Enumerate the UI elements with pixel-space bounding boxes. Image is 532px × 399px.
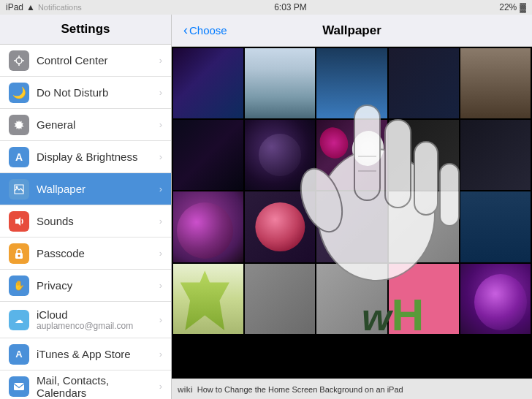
itunes-label: iTunes & App Store <box>37 348 159 360</box>
wiki-bar: wiki How to Change the Home Screen Backg… <box>172 379 532 399</box>
icloud-sublabel: auplamenco@gmail.com <box>37 321 159 331</box>
svg-point-0 <box>16 58 22 64</box>
wallpaper-item[interactable] <box>316 48 387 118</box>
wallpaper-icon <box>9 179 29 200</box>
display-brightness-icon: A <box>9 147 29 167</box>
content-header: ‹ Choose Wallpaper <box>172 15 532 47</box>
general-label: General <box>37 118 159 131</box>
passcode-icon <box>9 243 29 264</box>
wallpaper-item[interactable] <box>389 120 459 190</box>
itunes-icon: A <box>9 344 29 365</box>
svg-rect-10 <box>14 383 24 390</box>
do-not-disturb-icon: 🌙 <box>9 83 29 103</box>
wallpaper-item[interactable] <box>389 48 459 118</box>
svg-point-9 <box>18 254 20 256</box>
status-left: iPad ▲ Notifications <box>6 2 82 12</box>
icloud-icon: ☁ <box>9 310 29 330</box>
content-title: Wallpaper <box>322 23 381 38</box>
wallpaper-item[interactable] <box>316 264 387 334</box>
sidebar: Settings Control Center › 🌙 Do Not Distu… <box>0 15 172 399</box>
general-chevron: › <box>159 119 162 130</box>
back-button[interactable]: ‹ Choose <box>183 23 227 38</box>
wallpaper-chevron: › <box>159 183 162 194</box>
sidebar-item-wallpaper[interactable]: Wallpaper › <box>0 173 171 205</box>
do-not-disturb-label: Do Not Disturb <box>37 86 159 99</box>
wallpaper-item[interactable] <box>389 264 459 334</box>
wallpaper-item[interactable] <box>316 120 387 190</box>
wallpaper-item[interactable] <box>460 48 531 118</box>
do-not-disturb-chevron: › <box>159 87 162 98</box>
battery-percent: 22% <box>499 2 517 12</box>
sidebar-item-do-not-disturb[interactable]: 🌙 Do Not Disturb › <box>0 77 171 109</box>
wiki-logo: wiki <box>178 385 193 394</box>
passcode-label: Passcode <box>37 247 159 259</box>
sidebar-item-itunes[interactable]: A iTunes & App Store › <box>0 338 171 370</box>
back-chevron-icon: ‹ <box>183 23 188 38</box>
control-center-label: Control Center <box>37 54 159 66</box>
wallpaper-item[interactable] <box>173 120 243 190</box>
mail-label: Mail, Contacts, Calendars <box>37 374 159 399</box>
wallpaper-grid-container <box>172 47 532 335</box>
privacy-chevron: › <box>159 280 162 291</box>
wallpaper-item[interactable] <box>316 191 387 262</box>
wallpaper-item[interactable] <box>245 191 315 262</box>
wiki-description: How to Change the Home Screen Background… <box>197 385 403 394</box>
sidebar-item-icloud[interactable]: ☁ iCloud auplamenco@gmail.com › <box>0 302 171 338</box>
status-time: 6:03 PM <box>274 2 307 12</box>
privacy-label: Privacy <box>37 279 159 292</box>
svg-marker-7 <box>15 217 20 226</box>
wallpaper-item[interactable] <box>173 264 243 334</box>
battery-icon: ▓ <box>520 2 526 12</box>
sounds-icon <box>9 211 29 232</box>
mail-chevron: › <box>159 381 162 392</box>
icloud-chevron: › <box>159 314 162 325</box>
general-icon <box>9 115 29 135</box>
wallpaper-item[interactable] <box>389 191 459 262</box>
wallpaper-item[interactable] <box>245 264 315 334</box>
sidebar-item-sounds[interactable]: Sounds › <box>0 205 171 238</box>
wallpaper-grid: wH wiki How to Change the Home Screen Ba… <box>172 47 532 399</box>
sidebar-item-privacy[interactable]: ✋ Privacy › <box>0 270 171 302</box>
wallpaper-item[interactable] <box>173 191 243 262</box>
status-bar: iPad ▲ Notifications 6:03 PM 22% ▓ <box>0 0 532 15</box>
content-area: ‹ Choose Wallpaper <box>172 15 532 399</box>
wallpaper-item[interactable] <box>173 48 243 118</box>
status-right: 22% ▓ <box>499 2 526 12</box>
sounds-chevron: › <box>159 216 162 227</box>
icloud-label: iCloud <box>37 308 159 321</box>
notifications-label: Notifications <box>38 3 82 12</box>
wallpaper-item[interactable] <box>245 120 315 190</box>
wallpaper-item[interactable] <box>460 264 531 334</box>
sidebar-item-mail[interactable]: Mail, Contacts, Calendars › <box>0 370 171 399</box>
wallpaper-item[interactable] <box>460 120 531 190</box>
svg-point-6 <box>16 186 18 188</box>
back-label[interactable]: Choose <box>189 24 227 37</box>
sidebar-item-control-center[interactable]: Control Center › <box>0 45 171 77</box>
privacy-icon: ✋ <box>9 276 29 296</box>
itunes-chevron: › <box>159 349 162 360</box>
display-brightness-chevron: › <box>159 151 162 162</box>
wallpaper-label: Wallpaper <box>37 183 159 195</box>
sidebar-item-passcode[interactable]: Passcode › <box>0 238 171 270</box>
wallpaper-item[interactable] <box>460 191 531 262</box>
passcode-chevron: › <box>159 248 162 259</box>
sidebar-item-display-brightness[interactable]: A Display & Brightness › <box>0 141 171 173</box>
sidebar-title: Settings <box>0 15 171 45</box>
mail-icon <box>9 376 29 397</box>
icloud-labels: iCloud auplamenco@gmail.com <box>37 308 159 331</box>
sidebar-item-general[interactable]: General › <box>0 109 171 141</box>
control-center-icon <box>9 50 29 71</box>
sounds-label: Sounds <box>37 215 159 227</box>
display-brightness-label: Display & Brightness <box>37 151 159 163</box>
wifi-icon: ▲ <box>26 2 35 12</box>
control-center-chevron: › <box>159 55 162 66</box>
wallpaper-item[interactable] <box>245 48 315 118</box>
carrier-label: iPad <box>6 2 23 12</box>
main-container: Settings Control Center › 🌙 Do Not Distu… <box>0 15 532 399</box>
